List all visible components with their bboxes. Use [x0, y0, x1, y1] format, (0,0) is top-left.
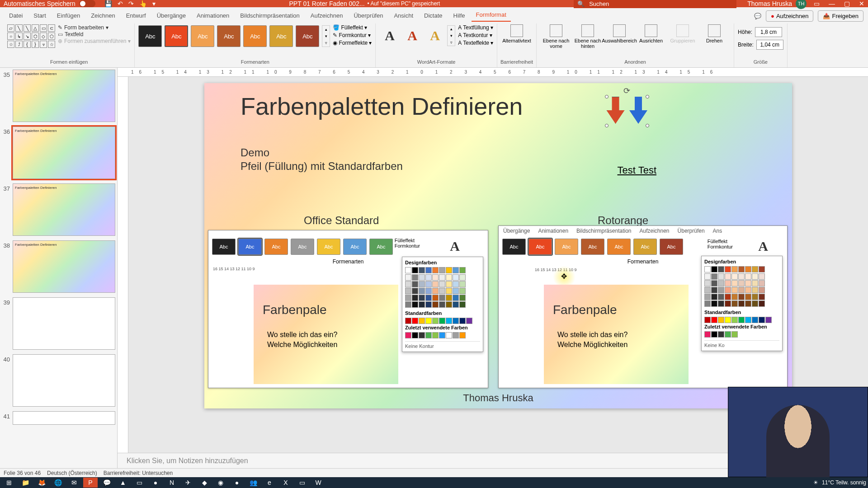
outlook-icon[interactable]: ✉ [67, 478, 81, 488]
wa-1[interactable]: A [379, 25, 400, 46]
textkontur[interactable]: A Textkontur ▾ [458, 32, 493, 38]
ribbon-mode-icon[interactable]: ▭ [814, 0, 820, 7]
style-3[interactable]: Abc [191, 25, 214, 47]
share-button[interactable]: 📤Freigeben [818, 10, 863, 22]
thumb-41[interactable] [13, 411, 115, 425]
user-avatar[interactable]: TH [796, 0, 807, 9]
drehen[interactable]: Drehen [698, 23, 730, 43]
texteffekte[interactable]: A Texteffekte ▾ [458, 40, 493, 46]
tab-start[interactable]: Start [29, 9, 50, 22]
powerpoint-icon[interactable]: P [83, 478, 98, 488]
gallery-more[interactable]: ▴▾▿ [322, 25, 330, 47]
ausrichten[interactable]: Ausrichten [635, 23, 667, 43]
style-2[interactable]: Abc [165, 25, 188, 47]
shape-style-gallery[interactable]: Abc Abc Abc Abc Abc Abc Abc ▴▾▿ [138, 23, 330, 47]
app-icon[interactable]: 💬 [99, 478, 114, 488]
rotate-handle[interactable]: ⟳ [623, 86, 630, 96]
wa-more[interactable]: ▴▾▿ [447, 25, 455, 46]
wordart-gallery[interactable]: A A A ▴▾▿ [379, 23, 455, 46]
selected-arrows[interactable]: ⟳ [607, 97, 647, 126]
alternativtext-button[interactable]: Alternativtext [501, 23, 533, 43]
thumb-36[interactable]: Farbenpaletten Definieren [13, 127, 115, 179]
wa-3[interactable]: A [425, 25, 445, 46]
test-text[interactable]: Test Test [618, 164, 656, 176]
chrome-icon[interactable]: 🌐 [51, 478, 65, 488]
vlc-icon[interactable]: ▲ [116, 478, 130, 488]
minimize-icon[interactable]: — [829, 0, 835, 7]
touch-icon[interactable]: 👆 [139, 0, 147, 7]
search-input[interactable]: 🔍 Suchen [574, 0, 736, 8]
more-icon[interactable]: ▾ [152, 0, 156, 7]
thumbnail-pane[interactable]: 35Farbenpaletten Definieren 36Farbenpale… [0, 68, 118, 474]
thumb-39[interactable] [13, 297, 115, 350]
teams-icon[interactable]: 👥 [246, 478, 260, 488]
start-icon[interactable]: ⊞ [2, 478, 16, 488]
fuelleffekt[interactable]: 🪣 Fülleffekt ▾ [333, 24, 372, 31]
tab-dictate[interactable]: Dictate [420, 9, 447, 22]
wa-2[interactable]: A [402, 25, 423, 46]
tab-zeichnen[interactable]: Zeichnen [86, 9, 119, 22]
save-icon[interactable]: 💾 [104, 0, 112, 7]
slide-text-demo2[interactable]: Pfeil (Füllung) mit Standardfarben [241, 160, 403, 173]
tab-entwurf[interactable]: Entwurf [122, 9, 151, 22]
close-icon[interactable]: ✕ [859, 0, 864, 7]
formeffekte[interactable]: ◉ Formeffekte ▾ [333, 40, 372, 46]
style-4[interactable]: Abc [217, 25, 241, 47]
autosave-toggle[interactable] [79, 0, 95, 7]
windows-taskbar[interactable]: ⊞ 📁 🦊 🌐 ✉ P 💬 ▲ ▭ ● N ✈ ◆ ◉ ● 👥 e X ▭ W … [0, 477, 868, 488]
tab-ueberpruefen[interactable]: Überprüfen [349, 9, 387, 22]
maximize-icon[interactable]: ▢ [844, 0, 850, 7]
saved-location[interactable]: • Auf "diesem PC" gespeichert [368, 0, 440, 7]
document-name[interactable]: PPT 01 Roter Faden 002... [289, 0, 365, 7]
tab-aufzeichnen[interactable]: Aufzeichnen [306, 9, 348, 22]
tab-ansicht[interactable]: Ansicht [389, 9, 418, 22]
textfeld[interactable]: ▭ Textfeld [58, 31, 131, 38]
embedded-office-standard[interactable]: Abc Abc Abc Abc Abc Abc Abc Fülleffekt F… [208, 230, 488, 388]
ebene-hinten[interactable]: Ebene nach hinten [572, 23, 604, 49]
embedded-rotorange[interactable]: ÜbergängeAnimationenBildschirmpräsentati… [498, 225, 788, 388]
style-1[interactable]: Abc [138, 25, 162, 47]
weather-widget[interactable]: 11°C Teilw. sonnig [822, 479, 866, 486]
thumb-38[interactable]: Farbenpaletten Definieren [13, 240, 115, 293]
ebene-vorne[interactable]: Ebene nach vorne [540, 23, 572, 49]
slide-canvas[interactable]: Farbenpaletten Definieren Demo Pfeil (Fü… [204, 83, 792, 408]
app2-icon[interactable]: ▭ [132, 478, 146, 488]
word-icon[interactable]: W [311, 478, 326, 488]
thumb-35[interactable]: Farbenpaletten Definieren [13, 70, 115, 122]
thumb-37[interactable]: Farbenpaletten Definieren [13, 183, 115, 236]
auswahlbereich[interactable]: Auswahlbereich [604, 23, 635, 43]
style-5[interactable]: Abc [243, 25, 267, 47]
slide-title[interactable]: Farbenpaletten Definieren [241, 92, 523, 120]
telegram-icon[interactable]: ✈ [181, 478, 195, 488]
red-arrow[interactable] [607, 97, 625, 124]
record-button[interactable]: ●Aufzeichnen [766, 10, 813, 22]
explorer-icon[interactable]: 📁 [18, 478, 33, 488]
tab-datei[interactable]: Datei [5, 9, 27, 22]
slide-counter[interactable]: Folie 36 von 46 [4, 470, 41, 476]
slide-text-demo[interactable]: Demo [241, 146, 269, 159]
blue-arrow[interactable] [629, 97, 647, 124]
firefox-icon[interactable]: 🦊 [34, 478, 49, 488]
undo-icon[interactable]: ↶ [118, 0, 123, 7]
style-7[interactable]: Abc [296, 25, 319, 47]
obs-icon[interactable]: ◉ [213, 478, 228, 488]
tab-formformat[interactable]: Formformat [472, 9, 511, 22]
user-name[interactable]: Thomas Hruska [747, 0, 792, 7]
comments-icon[interactable]: 💬 [754, 13, 761, 19]
tab-praesentation[interactable]: Bildschirmpräsentation [236, 9, 304, 22]
tab-animationen[interactable]: Animationen [192, 9, 234, 22]
tab-einfuegen[interactable]: Einfügen [52, 9, 85, 22]
shape-gallery[interactable]: ▱╲╲△▭⊂ ○↳↘⬡◇⬠ ☆⤴{}▿☆ [7, 23, 55, 48]
tab-uebergaenge[interactable]: Übergänge [152, 9, 190, 22]
onenote-icon[interactable]: N [165, 478, 179, 488]
height-input[interactable] [755, 27, 782, 37]
accessibility-status[interactable]: Barrierefreiheit: Untersuchen [104, 470, 173, 476]
excel-icon[interactable]: X [278, 478, 293, 488]
formkontur[interactable]: ✎ Formkontur ▾ [333, 32, 372, 38]
form-bearbeiten[interactable]: ✎ Form bearbeiten ▾ [58, 24, 131, 31]
width-input[interactable] [756, 40, 783, 50]
label-rotorange[interactable]: Rotorange [598, 214, 648, 227]
edge-icon[interactable]: e [262, 478, 277, 488]
language-status[interactable]: Deutsch (Österreich) [47, 470, 97, 476]
author-text[interactable]: Thomas Hruska [463, 392, 533, 404]
